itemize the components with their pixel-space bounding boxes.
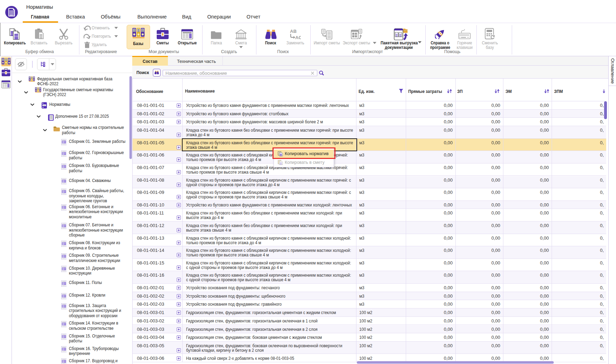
svg-text:AB: AB	[290, 29, 297, 34]
svg-text:AC: AC	[295, 35, 301, 39]
